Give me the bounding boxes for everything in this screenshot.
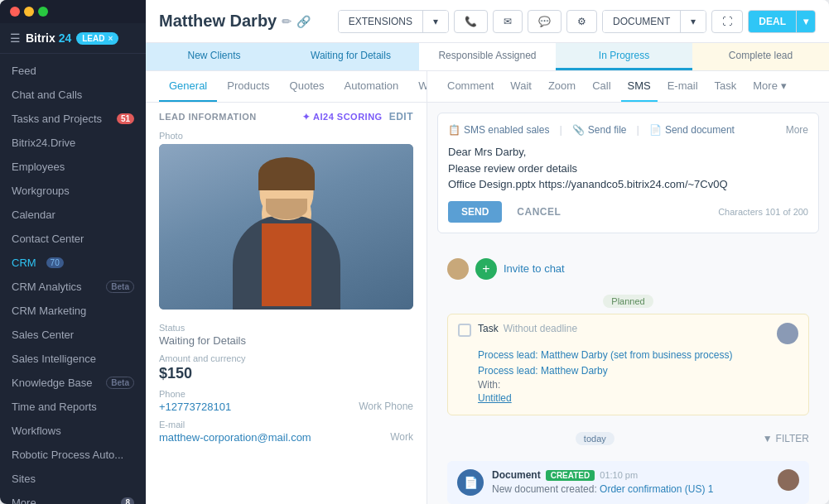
activity-tab-call[interactable]: Call bbox=[586, 71, 617, 102]
sidebar-item-employees[interactable]: Employees bbox=[0, 155, 146, 179]
invite-chat-item[interactable]: + Invite to chat bbox=[437, 250, 819, 288]
link-icon[interactable]: 🔗 bbox=[296, 15, 311, 28]
stage-new-clients[interactable]: New Clients bbox=[146, 43, 282, 70]
call-label: Call bbox=[592, 79, 610, 92]
activity-feed: + Invite to chat Planned Task Wit bbox=[427, 243, 829, 505]
deal-button[interactable]: DEAL bbox=[749, 11, 797, 32]
crm-analytics-badge: Beta bbox=[106, 281, 134, 293]
phone-group: Phone +12773728101 bbox=[159, 389, 349, 413]
stage-in-progress[interactable]: In Progress bbox=[556, 43, 692, 70]
sep2: | bbox=[637, 123, 639, 136]
doc-link[interactable]: Order confirmation (US) 1 bbox=[600, 483, 713, 495]
gear-icon: ⚙ bbox=[577, 16, 586, 27]
lead-badge[interactable]: LEAD × bbox=[76, 32, 118, 45]
ai-scoring[interactable]: ✦ AI24 Scoring bbox=[302, 112, 383, 122]
sidebar-item-chat[interactable]: Chat and Calls bbox=[0, 83, 146, 107]
sidebar-item-contact-center[interactable]: Contact Center bbox=[0, 227, 146, 251]
today-label: today bbox=[576, 432, 615, 445]
stage-complete[interactable]: Complete lead bbox=[692, 43, 829, 70]
sms-body[interactable]: Dear Mrs Darby, Please review order deta… bbox=[448, 144, 808, 193]
email-button[interactable]: ✉ bbox=[493, 10, 523, 33]
settings-button[interactable]: ⚙ bbox=[566, 10, 597, 33]
sidebar-item-robotic[interactable]: Robotic Process Auto... bbox=[0, 443, 146, 467]
tab-workflows[interactable]: Workflows bbox=[408, 71, 427, 102]
lead-badge-close[interactable]: × bbox=[108, 34, 113, 43]
activity-tab-task[interactable]: Task bbox=[708, 71, 744, 102]
sidebar-item-workflows[interactable]: Workflows bbox=[0, 419, 146, 443]
sidebar-logo: ☰ Bitrix 24 LEAD × bbox=[0, 23, 146, 54]
cancel-button[interactable]: CANCEL bbox=[508, 201, 569, 223]
edit-link[interactable]: edit bbox=[389, 111, 413, 122]
sidebar-item-knowledge-base-label: Knowledge Base bbox=[12, 377, 93, 389]
filter-button[interactable]: ▼ FILTER bbox=[763, 433, 809, 444]
sms-more-btn[interactable]: More bbox=[786, 124, 808, 136]
more-badge: 8 bbox=[121, 497, 134, 504]
sidebar-item-crm-marketing[interactable]: CRM Marketing bbox=[0, 299, 146, 323]
send-file-label: Send file bbox=[588, 124, 627, 136]
sidebar-item-calendar[interactable]: Calendar bbox=[0, 203, 146, 227]
tab-automation[interactable]: Automation bbox=[334, 71, 408, 102]
minimize-button[interactable] bbox=[24, 7, 34, 17]
document-button[interactable]: DOCUMENT bbox=[603, 11, 681, 32]
email-group: E-mail matthew-corporation@mail.com bbox=[159, 420, 380, 444]
send-button[interactable]: SEND bbox=[448, 201, 502, 223]
phone-value[interactable]: +12773728101 bbox=[159, 401, 349, 413]
sidebar-item-crm-analytics[interactable]: CRM Analytics Beta bbox=[0, 275, 146, 299]
sidebar-item-tasks[interactable]: Tasks and Projects 51 bbox=[0, 107, 146, 131]
sidebar-item-knowledge-base[interactable]: Knowledge Base Beta bbox=[0, 371, 146, 395]
phone-type: Work Phone bbox=[359, 389, 413, 412]
with-value[interactable]: Untitled bbox=[478, 391, 798, 406]
sidebar-item-workgroups-label: Workgroups bbox=[12, 185, 70, 197]
send-document-btn[interactable]: 📄 Send document bbox=[649, 124, 735, 136]
activity-tab-email[interactable]: E-mail bbox=[661, 71, 705, 102]
edit-icon[interactable]: ✏ bbox=[282, 15, 292, 28]
task-link1[interactable]: Process lead: Matthew Darby (set from bu… bbox=[478, 348, 798, 363]
phone-button[interactable]: 📞 bbox=[454, 10, 488, 33]
sidebar-item-feed[interactable]: Feed bbox=[0, 59, 146, 83]
stage-waiting[interactable]: Waiting for Details bbox=[282, 43, 419, 70]
sidebar-item-sales-intelligence[interactable]: Sales Intelligence bbox=[0, 347, 146, 371]
chat-button[interactable]: 💬 bbox=[528, 10, 562, 33]
knowledge-base-badge: Beta bbox=[106, 377, 134, 389]
invite-avatar bbox=[447, 258, 469, 280]
sidebar-item-calendar-label: Calendar bbox=[12, 209, 55, 221]
activity-tab-zoom[interactable]: Zoom bbox=[542, 71, 582, 102]
fullscreen-button[interactable]: ⛶ bbox=[711, 10, 743, 33]
stage-responsible[interactable]: Responsible Assigned bbox=[419, 43, 556, 70]
sidebar-item-tasks-label: Tasks and Projects bbox=[12, 113, 102, 125]
sidebar-item-drive[interactable]: Bitrix24.Drive bbox=[0, 131, 146, 155]
tab-quotes[interactable]: Quotes bbox=[280, 71, 335, 102]
hamburger-icon[interactable]: ☰ bbox=[10, 31, 21, 45]
task-item: Task Without deadline Process lead: Matt… bbox=[447, 314, 809, 416]
activity-tab-sms[interactable]: SMS bbox=[621, 71, 658, 102]
tab-products[interactable]: Products bbox=[217, 71, 279, 102]
sidebar-item-more[interactable]: More... 8 bbox=[0, 491, 146, 504]
char-count: Characters 101 of 200 bbox=[718, 207, 808, 217]
stage-in-progress-label: In Progress bbox=[599, 50, 649, 61]
sidebar-item-drive-label: Bitrix24.Drive bbox=[12, 137, 75, 149]
send-file-btn[interactable]: 📎 Send file bbox=[572, 124, 627, 136]
activity-tab-comment[interactable]: Comment bbox=[441, 71, 500, 102]
sidebar-item-time-reports[interactable]: Time and Reports bbox=[0, 395, 146, 419]
sidebar-item-sites[interactable]: Sites bbox=[0, 467, 146, 491]
with-text: With: bbox=[478, 379, 500, 391]
sidebar-item-workgroups[interactable]: Workgroups bbox=[0, 179, 146, 203]
sidebar-item-sales-center[interactable]: Sales Center bbox=[0, 323, 146, 347]
deal-dropdown[interactable]: ▾ bbox=[797, 11, 815, 32]
sidebar-item-crm[interactable]: CRM 70 bbox=[0, 251, 146, 275]
sms-enabled-sales-btn[interactable]: 📋 SMS enabled sales bbox=[448, 124, 549, 136]
tab-general-label: General bbox=[169, 79, 207, 92]
document-dropdown[interactable]: ▾ bbox=[681, 11, 706, 32]
close-button[interactable] bbox=[10, 7, 20, 17]
extensions-button[interactable]: EXTENSIONS bbox=[339, 11, 423, 32]
extensions-dropdown[interactable]: ▾ bbox=[423, 11, 448, 32]
task-checkbox[interactable] bbox=[458, 324, 471, 337]
activity-tab-wait[interactable]: Wait bbox=[504, 71, 538, 102]
task-link2[interactable]: Process lead: Matthew Darby bbox=[478, 363, 798, 379]
amount-row: Amount and currency $150 bbox=[146, 350, 427, 386]
activity-tab-more[interactable]: More ▾ bbox=[746, 71, 793, 102]
email-value[interactable]: matthew-corporation@mail.com bbox=[159, 431, 380, 444]
sidebar-item-crm-marketing-label: CRM Marketing bbox=[12, 305, 86, 317]
maximize-button[interactable] bbox=[38, 7, 48, 17]
tab-general[interactable]: General bbox=[159, 71, 217, 102]
